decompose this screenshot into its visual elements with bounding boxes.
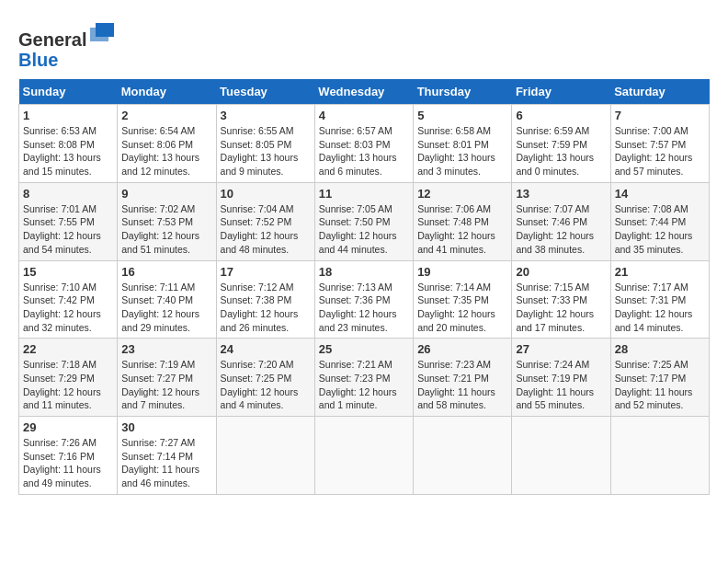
calendar-cell: 1Sunrise: 6:53 AM Sunset: 8:08 PM Daylig… <box>19 105 118 183</box>
calendar-cell: 21Sunrise: 7:17 AM Sunset: 7:31 PM Dayli… <box>610 260 709 339</box>
day-number: 25 <box>319 342 409 356</box>
day-info: Sunrise: 7:20 AM Sunset: 7:25 PM Dayligh… <box>221 358 311 412</box>
calendar-cell <box>610 417 709 495</box>
day-number: 6 <box>516 109 606 122</box>
calendar-cell: 5Sunrise: 6:58 AM Sunset: 8:01 PM Daylig… <box>414 105 512 183</box>
calendar-cell: 12Sunrise: 7:06 AM Sunset: 7:48 PM Dayli… <box>414 182 512 260</box>
calendar-cell: 16Sunrise: 7:11 AM Sunset: 7:40 PM Dayli… <box>118 260 216 339</box>
day-number: 18 <box>319 265 409 279</box>
calendar-cell: 13Sunrise: 7:07 AM Sunset: 7:46 PM Dayli… <box>512 182 610 260</box>
weekday-friday: Friday <box>512 79 610 105</box>
day-number: 12 <box>417 187 507 201</box>
calendar-cell: 17Sunrise: 7:12 AM Sunset: 7:38 PM Dayli… <box>216 260 314 339</box>
weekday-header-row: SundayMondayTuesdayWednesdayThursdayFrid… <box>19 79 710 105</box>
day-number: 5 <box>417 109 507 122</box>
day-number: 9 <box>121 187 211 201</box>
day-info: Sunrise: 7:04 AM Sunset: 7:52 PM Dayligh… <box>221 202 311 257</box>
day-info: Sunrise: 7:17 AM Sunset: 7:31 PM Dayligh… <box>615 281 705 335</box>
calendar-cell: 22Sunrise: 7:18 AM Sunset: 7:29 PM Dayli… <box>19 339 118 417</box>
day-number: 2 <box>121 109 211 122</box>
day-info: Sunrise: 7:13 AM Sunset: 7:36 PM Dayligh… <box>319 281 409 335</box>
calendar-week-5: 29Sunrise: 7:26 AM Sunset: 7:16 PM Dayli… <box>19 417 710 495</box>
day-number: 7 <box>615 109 705 122</box>
day-info: Sunrise: 7:26 AM Sunset: 7:16 PM Dayligh… <box>23 436 113 490</box>
calendar-cell: 27Sunrise: 7:24 AM Sunset: 7:19 PM Dayli… <box>512 339 610 417</box>
day-number: 13 <box>516 187 606 201</box>
day-info: Sunrise: 7:05 AM Sunset: 7:50 PM Dayligh… <box>319 202 409 257</box>
day-info: Sunrise: 7:14 AM Sunset: 7:35 PM Dayligh… <box>417 281 507 335</box>
day-info: Sunrise: 7:27 AM Sunset: 7:14 PM Dayligh… <box>121 436 211 490</box>
weekday-thursday: Thursday <box>414 79 512 105</box>
calendar-cell: 30Sunrise: 7:27 AM Sunset: 7:14 PM Dayli… <box>118 417 216 495</box>
logo-blue: Blue <box>18 50 58 70</box>
calendar-cell: 26Sunrise: 7:23 AM Sunset: 7:21 PM Dayli… <box>414 339 512 417</box>
weekday-monday: Monday <box>118 79 216 105</box>
day-info: Sunrise: 7:11 AM Sunset: 7:40 PM Dayligh… <box>121 281 211 335</box>
logo-icon <box>88 18 116 46</box>
day-number: 20 <box>516 265 606 279</box>
day-number: 24 <box>221 342 311 356</box>
calendar-cell <box>216 417 314 495</box>
day-number: 14 <box>615 187 705 201</box>
calendar-cell: 29Sunrise: 7:26 AM Sunset: 7:16 PM Dayli… <box>19 417 118 495</box>
day-info: Sunrise: 7:24 AM Sunset: 7:19 PM Dayligh… <box>516 358 606 412</box>
calendar-cell <box>414 417 512 495</box>
day-number: 22 <box>23 342 113 356</box>
day-info: Sunrise: 7:12 AM Sunset: 7:38 PM Dayligh… <box>221 281 311 335</box>
day-info: Sunrise: 7:21 AM Sunset: 7:23 PM Dayligh… <box>319 358 409 412</box>
calendar-cell: 9Sunrise: 7:02 AM Sunset: 7:53 PM Daylig… <box>118 182 216 260</box>
calendar-cell: 24Sunrise: 7:20 AM Sunset: 7:25 PM Dayli… <box>216 339 314 417</box>
calendar-cell <box>512 417 610 495</box>
day-info: Sunrise: 7:18 AM Sunset: 7:29 PM Dayligh… <box>23 358 113 412</box>
day-number: 4 <box>319 109 409 122</box>
calendar-cell: 4Sunrise: 6:57 AM Sunset: 8:03 PM Daylig… <box>314 105 413 183</box>
calendar-table: SundayMondayTuesdayWednesdayThursdayFrid… <box>18 79 710 495</box>
calendar-cell: 14Sunrise: 7:08 AM Sunset: 7:44 PM Dayli… <box>610 182 709 260</box>
day-info: Sunrise: 6:55 AM Sunset: 8:05 PM Dayligh… <box>221 124 311 178</box>
day-info: Sunrise: 7:00 AM Sunset: 7:57 PM Dayligh… <box>615 124 705 178</box>
day-number: 16 <box>121 265 211 279</box>
day-number: 11 <box>319 187 409 201</box>
day-info: Sunrise: 6:57 AM Sunset: 8:03 PM Dayligh… <box>319 124 409 178</box>
day-info: Sunrise: 7:07 AM Sunset: 7:46 PM Dayligh… <box>516 202 606 257</box>
day-info: Sunrise: 7:02 AM Sunset: 7:53 PM Dayligh… <box>121 202 211 257</box>
day-info: Sunrise: 6:59 AM Sunset: 7:59 PM Dayligh… <box>516 124 606 178</box>
day-info: Sunrise: 6:58 AM Sunset: 8:01 PM Dayligh… <box>417 124 507 178</box>
weekday-wednesday: Wednesday <box>314 79 413 105</box>
logo-text: General Blue <box>18 18 116 70</box>
calendar-cell: 19Sunrise: 7:14 AM Sunset: 7:35 PM Dayli… <box>414 260 512 339</box>
day-number: 3 <box>221 109 311 122</box>
logo-general: General <box>18 29 86 50</box>
day-info: Sunrise: 7:06 AM Sunset: 7:48 PM Dayligh… <box>417 202 507 257</box>
calendar-cell <box>314 417 413 495</box>
calendar-cell: 25Sunrise: 7:21 AM Sunset: 7:23 PM Dayli… <box>314 339 413 417</box>
calendar-cell: 23Sunrise: 7:19 AM Sunset: 7:27 PM Dayli… <box>118 339 216 417</box>
weekday-sunday: Sunday <box>19 79 118 105</box>
day-number: 8 <box>23 187 113 201</box>
day-number: 21 <box>615 265 705 279</box>
calendar-cell: 10Sunrise: 7:04 AM Sunset: 7:52 PM Dayli… <box>216 182 314 260</box>
calendar-cell: 20Sunrise: 7:15 AM Sunset: 7:33 PM Dayli… <box>512 260 610 339</box>
day-number: 30 <box>121 420 211 434</box>
weekday-tuesday: Tuesday <box>216 79 314 105</box>
day-number: 26 <box>417 342 507 356</box>
day-number: 29 <box>23 420 113 434</box>
day-number: 1 <box>23 109 113 122</box>
day-number: 17 <box>221 265 311 279</box>
calendar-cell: 18Sunrise: 7:13 AM Sunset: 7:36 PM Dayli… <box>314 260 413 339</box>
day-info: Sunrise: 7:15 AM Sunset: 7:33 PM Dayligh… <box>516 281 606 335</box>
calendar-week-1: 1Sunrise: 6:53 AM Sunset: 8:08 PM Daylig… <box>19 105 710 183</box>
calendar-body: 1Sunrise: 6:53 AM Sunset: 8:08 PM Daylig… <box>19 105 710 495</box>
calendar-cell: 28Sunrise: 7:25 AM Sunset: 7:17 PM Dayli… <box>610 339 709 417</box>
day-info: Sunrise: 6:53 AM Sunset: 8:08 PM Dayligh… <box>23 124 113 178</box>
calendar-week-4: 22Sunrise: 7:18 AM Sunset: 7:29 PM Dayli… <box>19 339 710 417</box>
calendar-cell: 3Sunrise: 6:55 AM Sunset: 8:05 PM Daylig… <box>216 105 314 183</box>
day-number: 27 <box>516 342 606 356</box>
calendar-week-2: 8Sunrise: 7:01 AM Sunset: 7:55 PM Daylig… <box>19 182 710 260</box>
day-info: Sunrise: 7:25 AM Sunset: 7:17 PM Dayligh… <box>615 358 705 412</box>
weekday-saturday: Saturday <box>610 79 709 105</box>
day-number: 28 <box>615 342 705 356</box>
day-info: Sunrise: 7:08 AM Sunset: 7:44 PM Dayligh… <box>615 202 705 257</box>
calendar-cell: 15Sunrise: 7:10 AM Sunset: 7:42 PM Dayli… <box>19 260 118 339</box>
day-info: Sunrise: 7:10 AM Sunset: 7:42 PM Dayligh… <box>23 281 113 335</box>
